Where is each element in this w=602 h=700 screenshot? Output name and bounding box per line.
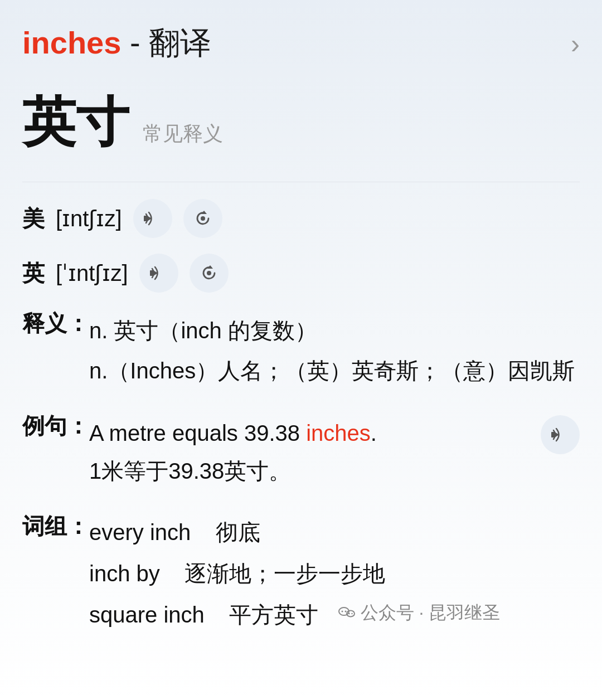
svg-point-13 (344, 611, 346, 612)
phrase-item-2: square inch 平方英寸 公众号 · 昆羽继圣 (89, 596, 580, 634)
pronunciation-us: 美 [ɪntʃɪz] (22, 199, 580, 238)
play-us-audio-button[interactable] (133, 199, 172, 238)
definition-item-1: n.（Inches）人名；（英）英奇斯；（意）因凯斯 (89, 353, 575, 388)
phrases-section: 词组： every inch 彻底 inch by 逐渐地；一步一步地 squa… (22, 511, 580, 637)
pron-us-label: 美 (22, 203, 45, 234)
svg-rect-8 (551, 432, 555, 438)
pronunciation-section: 美 [ɪntʃɪz] 英 [ˈɪntʃɪz] (22, 199, 580, 293)
definitions-section: 释义： n. 英寸（inch 的复数） n.（Inches）人名；（英）英奇斯；… (22, 308, 580, 388)
page-header: inches - 翻译 › (22, 17, 580, 65)
phrase-en-0: every inch (89, 520, 191, 545)
main-word: 英寸 (22, 92, 129, 152)
svg-point-3 (201, 216, 205, 221)
svg-rect-0 (144, 216, 147, 221)
pronunciation-uk: 英 [ˈɪntʃɪz] (22, 254, 580, 293)
svg-point-15 (351, 613, 352, 614)
example-en-prefix: A metre equals 39.38 (89, 421, 306, 445)
phrase-item-1: inch by 逐渐地；一步一步地 (89, 555, 580, 592)
example-chinese: 1米等于39.38英寸。 (89, 453, 377, 489)
example-en-suffix: . (371, 421, 377, 445)
play-example-audio-button[interactable] (541, 415, 580, 454)
header-word: inches (22, 25, 121, 60)
play-uk-audio-button[interactable] (139, 254, 178, 293)
header-suffix: 翻译 (149, 25, 211, 60)
example-english: A metre equals 39.38 inches. (89, 415, 377, 451)
main-word-section: 英寸 常见释义 (22, 87, 580, 159)
svg-rect-4 (150, 270, 153, 276)
watermark: 公众号 · 昆羽继圣 (337, 597, 501, 628)
common-meaning-tag: 常见释义 (143, 122, 223, 145)
example-label: 例句： (22, 411, 89, 441)
phrases-label: 词组： (22, 511, 89, 542)
svg-point-14 (348, 613, 349, 614)
header-separator: - (121, 25, 149, 60)
divider (22, 182, 580, 182)
pron-uk-phonetic: [ˈɪntʃɪz] (56, 260, 128, 286)
watermark-text: 公众号 · 昆羽继圣 (361, 597, 501, 628)
svg-point-12 (341, 611, 343, 612)
svg-point-7 (207, 271, 211, 275)
pron-uk-label: 英 (22, 258, 45, 289)
replay-uk-button[interactable] (190, 254, 229, 293)
phrase-en-2: square inch (89, 602, 205, 627)
navigate-forward-icon[interactable]: › (571, 28, 580, 59)
definitions-list: n. 英寸（inch 的复数） n.（Inches）人名；（英）英奇斯；（意）因… (89, 313, 575, 388)
example-en-highlight: inches (306, 421, 371, 445)
phrase-cn-1: 逐渐地；一步一步地 (185, 561, 385, 586)
phrases-list: every inch 彻底 inch by 逐渐地；一步一步地 square i… (89, 513, 580, 637)
example-section: 例句： A metre equals 39.38 inches. 1米等于39.… (22, 411, 580, 489)
wechat-icon (337, 602, 357, 623)
phrase-cn-0: 彻底 (216, 520, 260, 545)
phrase-cn-2: 平方英寸 (229, 602, 318, 627)
definition-item-0: n. 英寸（inch 的复数） (89, 313, 575, 348)
replay-us-button[interactable] (183, 199, 222, 238)
phrase-en-1: inch by (89, 561, 160, 586)
pron-us-phonetic: [ɪntʃɪz] (56, 206, 122, 231)
definitions-label: 释义： (22, 308, 89, 339)
header-title: inches - 翻译 (22, 22, 211, 65)
phrase-item-0: every inch 彻底 (89, 513, 580, 551)
